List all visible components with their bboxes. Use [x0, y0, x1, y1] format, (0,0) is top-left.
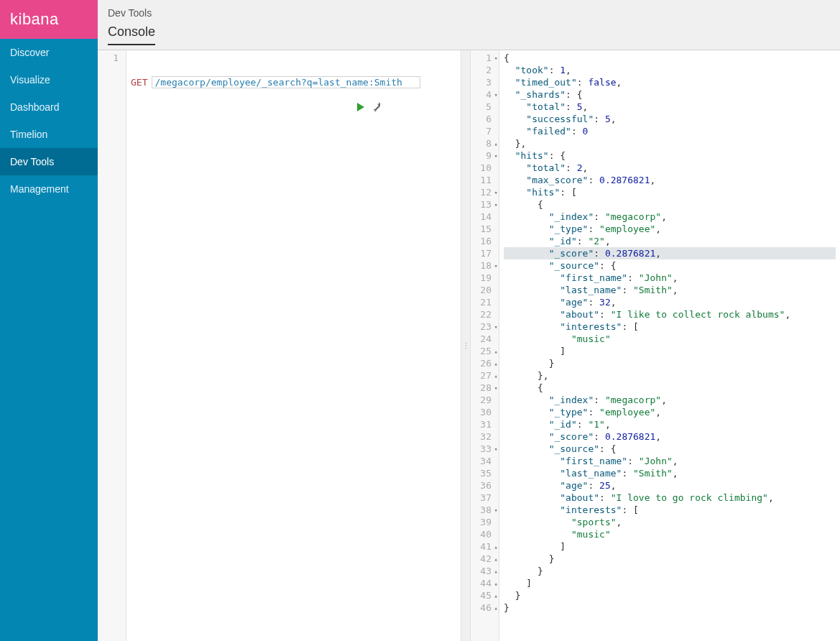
code-line: "age": 32, [504, 296, 836, 308]
sidebar-item-visualize[interactable]: Visualize [0, 66, 98, 93]
line-number: 10 [471, 162, 499, 174]
line-number: 5 [471, 101, 499, 113]
sidebar-item-dashboard[interactable]: Dashboard [0, 93, 98, 121]
fold-icon[interactable]: ▴ [494, 566, 498, 578]
code-line: "interests": [ [504, 504, 836, 516]
sidebar-item-management[interactable]: Management [0, 175, 98, 203]
line-number: 31 [471, 418, 499, 430]
fold-icon[interactable]: ▴ [494, 590, 498, 602]
code-line: { [504, 382, 836, 394]
request-gutter: 1 [98, 50, 126, 641]
request-editor[interactable]: 1 GET [98, 50, 461, 641]
splitter[interactable]: ⋮ [461, 50, 471, 641]
line-number: 38▾ [471, 504, 499, 516]
fold-icon[interactable]: ▴ [494, 346, 498, 358]
line-number: 27▴ [471, 369, 499, 382]
fold-icon[interactable]: ▾ [494, 321, 498, 333]
fold-icon[interactable]: ▴ [494, 578, 498, 590]
code-line: "failed": 0 [504, 125, 836, 137]
code-line: "timed_out": false, [504, 76, 836, 88]
code-line: } [504, 553, 836, 565]
sidebar: kibana DiscoverVisualizeDashboardTimelio… [0, 0, 98, 641]
code-line: "max_score": 0.2876821, [504, 174, 836, 186]
fold-icon[interactable]: ▾ [494, 187, 498, 199]
code-line: "_score": 0.2876821, [504, 247, 836, 259]
fold-icon[interactable]: ▾ [494, 504, 498, 517]
code-line: }, [504, 137, 836, 149]
fold-icon[interactable]: ▴ [494, 602, 498, 614]
code-line: "interests": [ [504, 320, 836, 333]
run-icon[interactable] [357, 103, 364, 111]
code-line: "_shards": { [504, 88, 836, 101]
tab-console[interactable]: Console [108, 24, 155, 45]
code-line: "_id": "1", [504, 418, 836, 430]
fold-icon[interactable]: ▾ [494, 382, 498, 395]
sidebar-item-discover[interactable]: Discover [0, 39, 98, 66]
line-number: 6 [471, 113, 499, 125]
request-code[interactable]: GET [126, 50, 461, 641]
fold-icon[interactable]: ▴ [494, 541, 498, 553]
code-line: } [504, 589, 836, 601]
line-number: 9▾ [471, 149, 499, 162]
response-code[interactable]: { "took": 1, "timed_out": false, "_shard… [499, 50, 840, 641]
main: Dev Tools Console 1 GET [98, 0, 840, 641]
http-method: GET [131, 76, 147, 88]
line-number: 11 [471, 174, 499, 186]
line-number: 36 [471, 479, 499, 492]
code-line: "_index": "megacorp", [504, 211, 836, 223]
line-number: 40 [471, 528, 499, 540]
fold-icon[interactable]: ▾ [494, 260, 498, 272]
code-line: } [504, 601, 836, 614]
code-line: "music" [504, 333, 836, 345]
line-number: 17 [471, 247, 499, 259]
line-number: 3 [471, 76, 499, 88]
line-number: 34 [471, 455, 499, 467]
console-panes: 1 GET ⋮ 1▾234▾5678▴9 [98, 50, 840, 641]
line-number: 24 [471, 333, 499, 345]
line-number: 35 [471, 467, 499, 479]
line-number: 26▴ [471, 357, 499, 369]
code-line: "took": 1, [504, 64, 836, 76]
code-line: { [504, 52, 836, 64]
code-line: "_source": { [504, 259, 836, 272]
line-number: 23▾ [471, 320, 499, 333]
wrench-icon[interactable] [371, 78, 451, 137]
fold-icon[interactable]: ▾ [494, 199, 498, 211]
code-line: "first_name": "John", [504, 455, 836, 467]
sidebar-item-dev-tools[interactable]: Dev Tools [0, 148, 98, 175]
fold-icon[interactable]: ▾ [494, 52, 498, 65]
code-line: "_source": { [504, 443, 836, 455]
code-line: "_id": "2", [504, 235, 836, 247]
code-line: ] [504, 345, 836, 357]
fold-icon[interactable]: ▾ [494, 89, 498, 101]
breadcrumb: Dev Tools [108, 4, 830, 24]
code-line: "_type": "employee", [504, 223, 836, 235]
fold-icon[interactable]: ▴ [494, 138, 498, 150]
line-number: 20 [471, 284, 499, 296]
code-line: "first_name": "John", [504, 272, 836, 284]
line-number: 25▴ [471, 345, 499, 357]
code-line: "_type": "employee", [504, 406, 836, 418]
code-line: "last_name": "Smith", [504, 284, 836, 296]
response-viewer[interactable]: 1▾234▾5678▴9▾101112▾13▾1415161718▾192021… [471, 50, 840, 641]
line-number: 37 [471, 492, 499, 504]
sidebar-item-timelion[interactable]: Timelion [0, 121, 98, 148]
line-number: 1▾ [471, 52, 499, 64]
fold-icon[interactable]: ▴ [494, 370, 498, 382]
line-number: 19 [471, 272, 499, 284]
code-line: "hits": [ [504, 186, 836, 198]
fold-icon[interactable]: ▾ [494, 443, 498, 456]
fold-icon[interactable]: ▾ [494, 150, 498, 162]
request-line[interactable]: GET [131, 76, 456, 88]
fold-icon[interactable]: ▴ [494, 358, 498, 370]
line-number: 13▾ [471, 198, 499, 211]
line-number: 21 [471, 296, 499, 308]
line-number: 43▴ [471, 565, 499, 577]
line-number: 33▾ [471, 443, 499, 455]
code-line: "age": 25, [504, 479, 836, 492]
line-number: 1 [98, 52, 126, 64]
line-number: 2 [471, 64, 499, 76]
line-number: 4▾ [471, 88, 499, 101]
fold-icon[interactable]: ▴ [494, 553, 498, 566]
line-number: 30 [471, 406, 499, 418]
